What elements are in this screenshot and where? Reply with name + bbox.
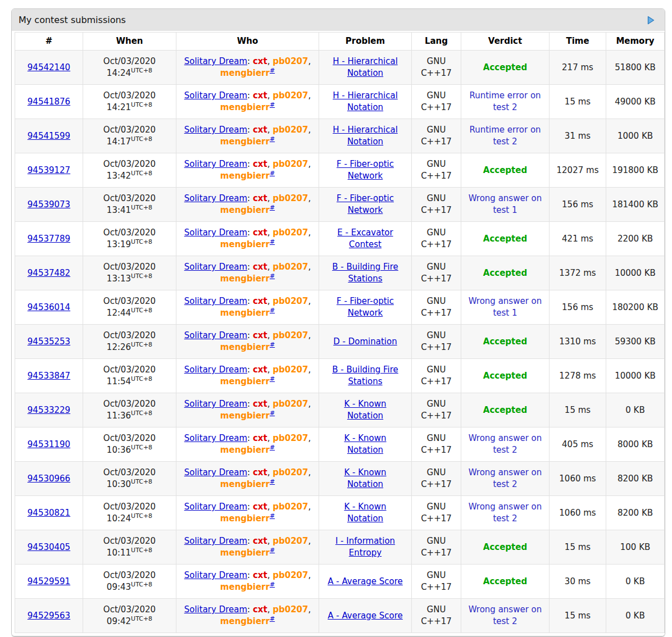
timezone-label: UTC+8 (131, 67, 152, 74)
team-hash-link[interactable]: # (270, 307, 275, 314)
separator: , (308, 604, 311, 615)
problem-link[interactable]: E - Excavator Contest (337, 228, 393, 249)
time-value: 1060 ms (559, 508, 596, 518)
team-link[interactable]: Solitary Dream (184, 262, 247, 272)
team-hash-link[interactable]: # (270, 615, 275, 622)
separator: , (267, 56, 273, 66)
submission-who-cell: Solitary Dream: cxt, pb0207, mengbierr# (176, 496, 319, 530)
submission-lang-cell: GNU C++17 (412, 188, 461, 222)
submission-lang-cell: GNU C++17 (412, 427, 461, 462)
submission-id-link[interactable]: 94536014 (28, 302, 70, 312)
problem-link[interactable]: B - Building Fire Stations (332, 365, 398, 386)
team-link[interactable]: Solitary Dream (184, 159, 247, 169)
member-handle: cxt (253, 570, 267, 580)
team-hash-link[interactable]: # (270, 581, 275, 588)
submission-time-cell: 1310 ms (550, 325, 606, 359)
lang-label: GNU C++17 (421, 570, 452, 592)
problem-link[interactable]: I - Information Entropy (335, 536, 395, 558)
team-link[interactable]: Solitary Dream (184, 330, 247, 340)
submission-clock: 11:36 (107, 411, 131, 421)
team-link[interactable]: Solitary Dream (184, 56, 247, 66)
team-link[interactable]: Solitary Dream (184, 604, 247, 615)
team-link[interactable]: Solitary Dream (184, 125, 247, 135)
problem-link[interactable]: H - Hierarchical Notation (333, 56, 398, 78)
team-link[interactable]: Solitary Dream (184, 193, 247, 203)
submission-id-link[interactable]: 94533847 (28, 371, 70, 381)
submission-id-link[interactable]: 94541599 (28, 131, 70, 141)
team-link[interactable]: Solitary Dream (184, 536, 247, 546)
submission-id-link[interactable]: 94539073 (28, 199, 70, 210)
submission-id-link[interactable]: 94542140 (28, 62, 70, 72)
problem-link[interactable]: F - Fiber-optic Network (337, 296, 394, 318)
team-link[interactable]: Solitary Dream (184, 467, 247, 477)
member-handle: mengbierr (220, 205, 270, 215)
team-link[interactable]: Solitary Dream (184, 365, 247, 375)
submission-id-link[interactable]: 94537482 (28, 268, 70, 278)
problem-link[interactable]: H - Hierarchical Notation (333, 90, 398, 112)
right-arrow-icon[interactable] (647, 16, 655, 25)
team-link[interactable]: Solitary Dream (184, 570, 247, 580)
team-hash-link[interactable]: # (270, 512, 275, 520)
member-handle: pb0207 (273, 262, 308, 272)
time-value: 1310 ms (559, 336, 596, 347)
memory-value: 0 KB (625, 576, 644, 586)
problem-link[interactable]: A - Average Score (328, 576, 403, 586)
team-hash-link[interactable]: # (270, 341, 275, 348)
submission-when-cell: Oct/03/2020 12:26UTC+8 (83, 325, 176, 359)
separator: : (247, 604, 253, 615)
submission-id-link[interactable]: 94541876 (28, 97, 70, 107)
submission-id-link[interactable]: 94530966 (28, 474, 70, 484)
team-hash-link[interactable]: # (270, 547, 275, 554)
member-handle: cxt (253, 159, 267, 169)
submission-id-link[interactable]: 94531190 (28, 439, 70, 449)
submission-problem-cell: K - Known Notation (319, 393, 412, 427)
submission-id-link[interactable]: 94537789 (28, 234, 70, 244)
problem-link[interactable]: K - Known Notation (344, 433, 386, 455)
submission-who-cell: Solitary Dream: cxt, pb0207, mengbierr# (176, 427, 319, 462)
team-link[interactable]: Solitary Dream (184, 399, 247, 409)
team-hash-link[interactable]: # (270, 478, 275, 485)
problem-link[interactable]: H - Hierarchical Notation (333, 125, 398, 147)
member-handle: pb0207 (273, 536, 308, 546)
team-hash-link[interactable]: # (270, 101, 275, 108)
team-link[interactable]: Solitary Dream (184, 433, 247, 443)
problem-link[interactable]: B - Building Fire Stations (332, 262, 398, 284)
time-value: 1372 ms (559, 268, 596, 278)
team-hash-link[interactable]: # (270, 375, 275, 383)
problem-link[interactable]: K - Known Notation (344, 467, 386, 489)
team-link[interactable]: Solitary Dream (184, 228, 247, 238)
problem-link[interactable]: F - Fiber-optic Network (337, 193, 394, 215)
submission-id-link[interactable]: 94539127 (28, 165, 70, 175)
problem-link[interactable]: K - Known Notation (344, 399, 386, 421)
submission-id-link[interactable]: 94529591 (28, 576, 70, 586)
time-value: 405 ms (562, 439, 593, 449)
member-handle: mengbierr (220, 411, 270, 421)
submissions-roundbox: My contest submissions # When Who Proble… (11, 8, 665, 636)
team-hash-link[interactable]: # (270, 170, 275, 177)
submission-lang-cell: GNU C++17 (412, 222, 461, 256)
team-hash-link[interactable]: # (270, 444, 275, 451)
submission-id-link[interactable]: 94530821 (28, 508, 70, 518)
team-hash-link[interactable]: # (270, 135, 275, 143)
team-link[interactable]: Solitary Dream (184, 296, 247, 306)
team-link[interactable]: Solitary Dream (184, 90, 247, 101)
column-header-time: Time (550, 33, 606, 51)
submission-id-link[interactable]: 94529563 (28, 611, 70, 621)
problem-link[interactable]: K - Known Notation (344, 502, 386, 524)
team-hash-link[interactable]: # (270, 272, 275, 280)
problem-link[interactable]: D - Domination (333, 336, 397, 347)
submission-id-link[interactable]: 94530405 (28, 542, 70, 552)
submission-id-link[interactable]: 94533229 (28, 405, 70, 415)
team-hash-link[interactable]: # (270, 204, 275, 211)
team-hash-link[interactable]: # (270, 238, 275, 245)
problem-link[interactable]: F - Fiber-optic Network (337, 159, 394, 181)
memory-value: 8200 KB (617, 474, 653, 484)
team-link[interactable]: Solitary Dream (184, 502, 247, 512)
submission-date: Oct/03/2020 (103, 365, 156, 375)
team-hash-link[interactable]: # (270, 67, 275, 74)
problem-link[interactable]: A - Average Score (328, 611, 403, 621)
team-hash-link[interactable]: # (270, 410, 275, 417)
submission-id-link[interactable]: 94535253 (28, 336, 70, 347)
memory-value: 2200 KB (617, 234, 653, 244)
submission-memory-cell: 180200 KB (606, 290, 665, 325)
